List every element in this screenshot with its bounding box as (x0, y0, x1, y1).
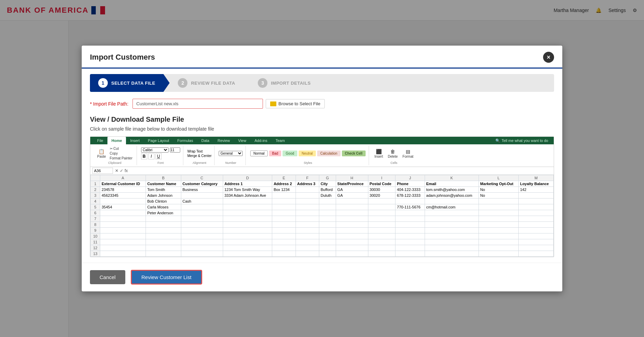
spreadsheet-cell[interactable] (368, 222, 395, 228)
ribbon-tab-page-layout[interactable]: Page Layout (144, 137, 173, 144)
spreadsheet-cell[interactable] (368, 198, 395, 204)
spreadsheet-cell[interactable] (296, 251, 319, 257)
spreadsheet-cell[interactable] (518, 193, 553, 198)
spreadsheet-cell[interactable] (146, 233, 181, 239)
spreadsheet-cell[interactable] (296, 187, 319, 193)
spreadsheet-cell[interactable]: Address 2 (272, 181, 296, 187)
table-row[interactable]: 7 (91, 216, 554, 222)
spreadsheet-cell[interactable] (395, 216, 425, 222)
spreadsheet-cell[interactable] (479, 228, 518, 233)
spreadsheet-cell[interactable] (100, 210, 146, 216)
spreadsheet-cell[interactable] (368, 204, 395, 210)
spreadsheet-cell[interactable] (272, 216, 296, 222)
table-row[interactable]: 10 (91, 233, 554, 239)
style-calculation[interactable]: Calculation (317, 151, 340, 156)
spreadsheet-cell[interactable] (395, 251, 425, 257)
browse-button[interactable]: Browse to Select File (266, 99, 325, 108)
spreadsheet-cell[interactable]: Marketing Opt-Out (479, 181, 518, 187)
spreadsheet-cell[interactable] (223, 239, 272, 245)
paste-button[interactable]: 📋 Paste (96, 148, 107, 159)
ribbon-tab-insert[interactable]: Insert (126, 137, 144, 144)
spreadsheet-cell[interactable] (181, 222, 223, 228)
spreadsheet-cell[interactable] (336, 233, 368, 239)
spreadsheet-cell[interactable] (100, 198, 146, 204)
spreadsheet-cell[interactable] (181, 210, 223, 216)
spreadsheet-cell[interactable] (319, 233, 336, 239)
spreadsheet-cell[interactable] (146, 239, 181, 245)
spreadsheet-cell[interactable] (518, 251, 553, 257)
table-row[interactable]: 2234578Tom SmithBusiness1234 Tom Smith W… (91, 187, 554, 193)
spreadsheet-cell[interactable]: Bufford (319, 187, 336, 193)
spreadsheet-cell[interactable] (518, 222, 553, 228)
spreadsheet-cell[interactable] (425, 216, 479, 222)
spreadsheet-cell[interactable] (272, 204, 296, 210)
file-path-input[interactable] (133, 99, 263, 109)
spreadsheet-cell[interactable] (100, 216, 146, 222)
spreadsheet-cell[interactable] (518, 210, 553, 216)
number-format-select[interactable]: General (219, 151, 243, 156)
spreadsheet-cell[interactable]: Carla Moses (146, 204, 181, 210)
bold-button[interactable]: B (141, 153, 147, 159)
spreadsheet-cell[interactable] (336, 204, 368, 210)
style-normal[interactable]: Normal (250, 151, 267, 156)
italic-button[interactable]: I (148, 153, 154, 159)
spreadsheet-cell[interactable]: Address 1 (223, 181, 272, 187)
spreadsheet-cell[interactable] (223, 216, 272, 222)
spreadsheet-cell[interactable]: Phone (395, 181, 425, 187)
cut-button[interactable]: ✂ Cut (108, 146, 134, 151)
spreadsheet-cell[interactable] (368, 245, 395, 251)
spreadsheet-cell[interactable] (146, 251, 181, 257)
spreadsheet-cell[interactable] (223, 233, 272, 239)
spreadsheet[interactable]: A B C D E F G H I J K L (90, 175, 554, 257)
spreadsheet-cell[interactable] (518, 228, 553, 233)
style-good[interactable]: Good (283, 151, 297, 156)
spreadsheet-cell[interactable]: GA (336, 193, 368, 198)
font-size-input[interactable] (170, 147, 180, 153)
spreadsheet-cell[interactable] (336, 216, 368, 222)
spreadsheet-cell[interactable] (425, 210, 479, 216)
spreadsheet-cell[interactable]: 142 (518, 187, 553, 193)
table-row[interactable]: 9 (91, 228, 554, 233)
spreadsheet-cell[interactable] (272, 198, 296, 204)
spreadsheet-cell[interactable] (181, 193, 223, 198)
ribbon-tab-team[interactable]: Team (272, 137, 289, 144)
spreadsheet-cell[interactable] (181, 245, 223, 251)
spreadsheet-cell[interactable] (223, 204, 272, 210)
ribbon-tab-data[interactable]: Data (197, 137, 213, 144)
excel-preview[interactable]: File Home Insert Page Layout Formulas Da… (90, 136, 554, 257)
spreadsheet-cell[interactable]: Peter Anderson (146, 210, 181, 216)
ribbon-tab-addins[interactable]: Add-ins (250, 137, 271, 144)
spreadsheet-cell[interactable] (336, 228, 368, 233)
spreadsheet-cell[interactable] (100, 239, 146, 245)
spreadsheet-cell[interactable] (100, 233, 146, 239)
spreadsheet-cell[interactable]: Tom Smith (146, 187, 181, 193)
spreadsheet-cell[interactable]: GA (336, 187, 368, 193)
spreadsheet-cell[interactable] (146, 222, 181, 228)
ribbon-tab-formulas[interactable]: Formulas (173, 137, 197, 144)
spreadsheet-cell[interactable] (425, 222, 479, 228)
spreadsheet-cell[interactable] (479, 245, 518, 251)
spreadsheet-cell[interactable] (272, 222, 296, 228)
formula-fx-icon[interactable]: fx (125, 168, 128, 173)
spreadsheet-cell[interactable] (368, 251, 395, 257)
spreadsheet-cell[interactable] (319, 251, 336, 257)
spreadsheet-cell[interactable] (479, 210, 518, 216)
spreadsheet-cell[interactable] (479, 198, 518, 204)
spreadsheet-cell[interactable] (479, 233, 518, 239)
spreadsheet-cell[interactable] (181, 228, 223, 233)
spreadsheet-cell[interactable] (296, 193, 319, 198)
spreadsheet-cell[interactable]: Customer Name (146, 181, 181, 187)
spreadsheet-cell[interactable]: No (479, 193, 518, 198)
spreadsheet-cell[interactable] (146, 216, 181, 222)
spreadsheet-cell[interactable]: 3334 Adam Johnson Ave (223, 193, 272, 198)
spreadsheet-cell[interactable] (518, 198, 553, 204)
spreadsheet-cell[interactable] (518, 204, 553, 210)
spreadsheet-cell[interactable] (395, 210, 425, 216)
spreadsheet-cell[interactable] (319, 198, 336, 204)
spreadsheet-cell[interactable]: Bob Clinton (146, 198, 181, 204)
table-row[interactable]: 345623345Adam Johnson3334 Adam Johnson A… (91, 193, 554, 198)
spreadsheet-cell[interactable] (296, 222, 319, 228)
spreadsheet-cell[interactable] (100, 222, 146, 228)
formula-cancel-icon[interactable]: ✕ (115, 168, 118, 173)
ribbon-tab-view[interactable]: View (234, 137, 251, 144)
